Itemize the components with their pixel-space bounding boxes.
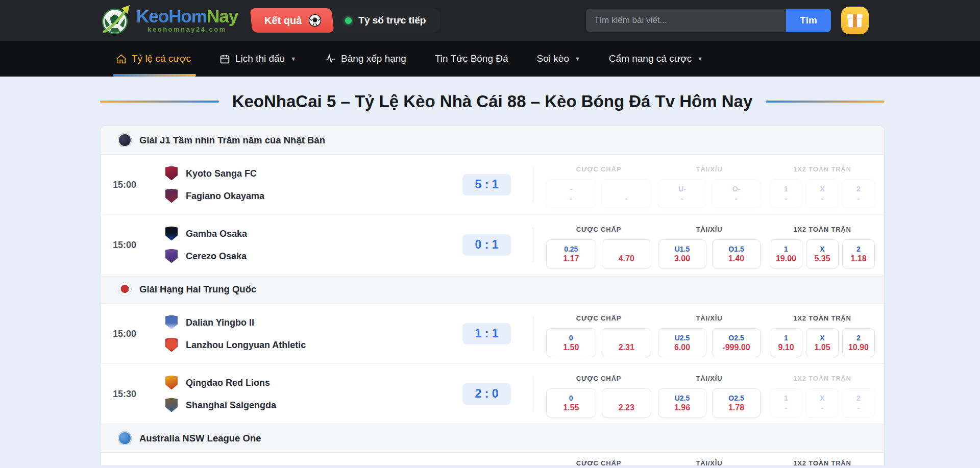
away-team-name: Cerezo Osaka <box>186 251 247 261</box>
odds-value: 1.50 <box>563 343 579 352</box>
total-header: TÀI/XỈU <box>658 375 761 382</box>
odds-box[interactable]: 1- <box>770 388 802 417</box>
nav-item-odds[interactable]: Tỷ lệ cá cược <box>116 41 191 77</box>
handicap-header: CƯỢC CHẤP <box>546 459 651 465</box>
odds-box[interactable]: O1.51.40 <box>712 239 761 268</box>
odds-box[interactable]: O2.51.78 <box>712 388 761 417</box>
odds-box[interactable]: X5.35 <box>806 239 839 268</box>
match-row[interactable]: 15:00 Gamba Osaka Cerezo Osaka 0 : 1 CƯỢ… <box>101 215 884 275</box>
nav-item-tips[interactable]: Soi kèo ▼ <box>537 41 580 77</box>
nav-item-guide[interactable]: Cẩm nang cá cược ▼ <box>609 41 703 77</box>
home-team: Gamba Osaka <box>165 226 247 241</box>
odds-box[interactable]: 2- <box>842 179 875 208</box>
odds-box[interactable]: U-- <box>658 179 706 208</box>
odds-value: - <box>785 403 787 412</box>
odds-box[interactable]: 210.90 <box>842 328 875 357</box>
handicap-header: CƯỢC CHẤP <box>546 226 651 233</box>
title-row: KeoNhaCai 5 – Tỷ Lệ Kèo Nhà Cái 88 – Kèo… <box>100 92 885 111</box>
odds-box[interactable]: O2.5-999.00 <box>712 328 761 357</box>
league-header: Giải Hạng Hai Trung Quốc <box>101 275 884 304</box>
odds-line: U2.5 <box>675 334 690 342</box>
search-button[interactable]: Tìm <box>786 9 831 32</box>
odds-box[interactable]: X- <box>806 179 839 208</box>
away-team: Shanghai Saigengda <box>165 397 276 413</box>
team-crest <box>165 398 178 412</box>
chevron-down-icon: ▼ <box>575 56 580 62</box>
away-team: Lanzhou Longyuan Athletic <box>165 337 306 353</box>
odds-line: 1 <box>784 185 788 193</box>
total-header: TÀI/XỈU <box>658 226 761 233</box>
odds-box[interactable]: U2.51.96 <box>658 388 706 417</box>
odds-box[interactable]: 21.18 <box>842 239 875 268</box>
odds-box[interactable]: 0.251.17 <box>546 239 596 268</box>
nav-item-standings[interactable]: Bảng xếp hạng <box>325 41 406 77</box>
odds-line: 2 <box>856 185 861 193</box>
odds-value: 1.96 <box>674 403 690 412</box>
odds-value: 1.78 <box>728 403 744 412</box>
away-team-name: Fagiano Okayama <box>186 190 264 201</box>
odds-line: 2 <box>856 334 861 342</box>
odds-box[interactable]: X1.05 <box>806 328 839 357</box>
odds-line: 1 <box>784 394 788 402</box>
odds-line: X <box>820 245 824 253</box>
nav-item-fixtures[interactable]: Lịch thi đấu ▼ <box>219 41 296 77</box>
total-odds-group: TÀI/XỈU U2.56.00 O2.5-999.00 <box>658 314 761 357</box>
odds-box[interactable]: 2.31 <box>602 328 652 357</box>
odds-box[interactable]: 2- <box>842 388 875 417</box>
odds-line: O2.5 <box>728 394 744 402</box>
odds-line: X <box>820 394 824 402</box>
title-decoration-right <box>766 101 885 103</box>
team-crest <box>165 376 178 390</box>
away-team-name: Lanzhou Longyuan Athletic <box>186 339 306 350</box>
odds-line: U2.5 <box>675 394 690 402</box>
odds-box[interactable]: X- <box>806 388 839 417</box>
odds-line: O2.5 <box>728 334 744 342</box>
calendar-icon <box>219 54 230 64</box>
odds-value: 9.10 <box>778 343 794 352</box>
league-logo <box>118 431 132 445</box>
odds-box[interactable]: 1- <box>770 179 802 208</box>
away-team: Cerezo Osaka <box>165 248 247 264</box>
home-icon <box>116 54 127 64</box>
match-row[interactable]: CƯỢC CHẤP TÀI/XỈU 1X2 TOÀN TRẬN <box>101 453 884 465</box>
odds-line: 0.25 <box>564 245 578 253</box>
league-name: Australia NSW League One <box>139 433 261 444</box>
logo-domain: keohomnay24.com <box>148 26 227 33</box>
odds-box[interactable]: O-- <box>712 179 761 208</box>
results-button[interactable]: Kết quả <box>250 8 334 33</box>
score-badge: 2 : 0 <box>462 383 511 405</box>
odds-box[interactable]: 4.70 <box>602 239 652 268</box>
league-logo <box>118 133 132 147</box>
logo-title: KeoHomNay <box>136 7 238 26</box>
league-name: Giải J1 Tầm nhìn Trăm năm của Nhật Bản <box>139 135 325 146</box>
odds-box[interactable]: 01.50 <box>546 328 596 357</box>
1x2-header: 1X2 TOÀN TRẬN <box>770 375 875 382</box>
nav-item-news[interactable]: Tin Tức Bóng Đá <box>435 41 508 77</box>
odds-line: O1.5 <box>728 245 744 253</box>
odds-box[interactable]: -- <box>546 179 596 208</box>
odds-box[interactable]: 01.55 <box>546 388 596 417</box>
1x2-header: 1X2 TOÀN TRẬN <box>770 314 875 322</box>
total-header: TÀI/XỈU <box>658 459 761 465</box>
match-row[interactable]: 15:30 Qingdao Red Lions Shanghai Saigeng… <box>101 364 884 424</box>
odds-box[interactable]: 119.00 <box>770 239 802 268</box>
main-nav: Tỷ lệ cá cược Lịch thi đấu ▼ Bảng xếp hạ… <box>0 41 980 77</box>
team-crest <box>165 338 178 352</box>
odds-box[interactable]: - <box>602 179 652 208</box>
odds-box[interactable]: U1.53.00 <box>658 239 706 268</box>
divider <box>533 227 533 262</box>
odds-box[interactable]: 2.23 <box>602 388 652 417</box>
promotions-gift-button[interactable] <box>841 7 869 34</box>
site-logo[interactable]: KeoHomNay keohomnay24.com <box>101 3 238 37</box>
home-team-name: Dalian Yingbo II <box>186 317 254 328</box>
league-header: Australia NSW League One <box>101 424 884 453</box>
live-score-button[interactable]: Tỷ số trực tiếp <box>323 8 440 33</box>
search-input[interactable] <box>586 9 786 32</box>
odds-value: - <box>681 194 683 203</box>
odds-box[interactable]: 19.10 <box>770 328 802 357</box>
match-row[interactable]: 15:00 Dalian Yingbo II Lanzhou Longyuan … <box>101 304 884 364</box>
top-header: KeoHomNay keohomnay24.com Kết quả Tỷ số … <box>0 0 980 41</box>
match-row[interactable]: 15:00 Kyoto Sanga FC Fagiano Okayama 5 :… <box>101 155 884 215</box>
odds-box[interactable]: U2.56.00 <box>658 328 706 357</box>
1x2-odds-group: 1X2 TOÀN TRẬN <box>770 459 875 465</box>
